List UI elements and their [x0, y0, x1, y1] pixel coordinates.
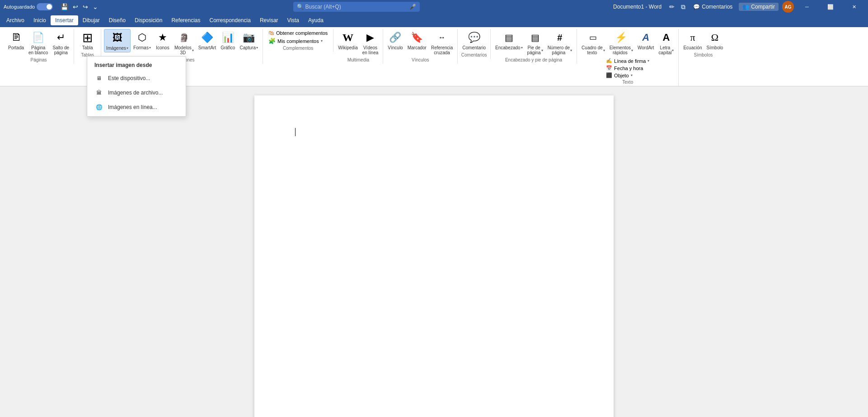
obtener-complementos-button[interactable]: 🛍 Obtener complementos	[266, 29, 330, 37]
ribbon-group-multimedia: W Wikipedia ▶ Vídeosen línea Multimedia	[333, 29, 383, 64]
modelos3d-label: Modelos3D	[174, 45, 192, 55]
ribbon-group-texto: ▭ Cuadro detexto ▾ ⚡ Elementosrápidos ▾ …	[577, 29, 679, 86]
objeto-icon: ⬛	[606, 72, 612, 78]
encabezado-button[interactable]: ▤ Encabezado ▾	[493, 29, 525, 52]
ribbon-group-vinculos: 🔗 Vínculo 🔖 Marcador ↔ Referenciacruzada…	[383, 29, 458, 64]
autosave-switch[interactable]	[37, 3, 53, 10]
menu-ayuda[interactable]: Ayuda	[304, 15, 328, 25]
pie-pagina-arrow: ▾	[541, 48, 543, 52]
undo-icon[interactable]: ↩	[71, 2, 80, 11]
ribbon-group-paginas: 🖹 Portada 📄 Páginaen blanco ↵ Salto depá…	[4, 29, 74, 64]
customize-icon[interactable]: ⌄	[91, 2, 99, 11]
smartart-icon: 🔷	[200, 30, 214, 45]
imagenes-archivo-icon: 🏛	[94, 88, 103, 97]
comments-button[interactable]: 💬 Comentarios	[690, 3, 735, 11]
referencia-cruzada-label: Referenciacruzada	[431, 45, 453, 55]
mis-complementos-button[interactable]: 🧩 Mis complementos ▾	[266, 37, 330, 45]
search-input[interactable]	[305, 4, 408, 10]
menu-dibujar[interactable]: Dibujar	[78, 15, 104, 25]
formas-button[interactable]: ⬡ Formas ▾	[131, 29, 153, 52]
iconos-button[interactable]: ★ Iconos	[154, 29, 172, 52]
menu-archivo[interactable]: Archivo	[2, 15, 29, 25]
elementos-rapidos-label-area: Elementosrápidos ▾	[610, 45, 633, 55]
ribbon-group-complementos: 🛍 Obtener complementos 🧩 Mis complemento…	[263, 29, 333, 52]
restore-button[interactable]: ⬜	[820, 0, 841, 14]
este-dispositivo-icon: 🖥	[94, 74, 103, 83]
wordart-button[interactable]: A WordArt	[636, 29, 656, 52]
referencia-cruzada-button[interactable]: ↔ Referenciacruzada	[429, 29, 455, 57]
ribbon-group-tablas: ⊞ Tabla Tablas	[74, 29, 101, 59]
imagenes-linea-item[interactable]: 🌐 Imágenes en línea...	[87, 100, 186, 114]
cuadro-texto-icon: ▭	[586, 30, 601, 45]
elementos-rapidos-icon: ⚡	[614, 30, 629, 45]
restore-icon[interactable]: ⧉	[680, 2, 687, 12]
menu-referencias[interactable]: Referencias	[167, 15, 205, 25]
smartart-button[interactable]: 🔷 SmartArt	[197, 29, 218, 52]
fecha-hora-button[interactable]: 📅 Fecha y hora	[603, 65, 652, 71]
wikipedia-button[interactable]: W Wikipedia	[336, 29, 359, 52]
linea-firma-button[interactable]: ✍ Línea de firma ▾	[603, 57, 652, 64]
pie-pagina-button[interactable]: ▤ Pie depágina ▾	[525, 29, 545, 57]
letra-capital-button[interactable]: A Letracapital ▾	[657, 29, 676, 57]
numero-pagina-label: Número depágina	[548, 45, 570, 55]
elementos-rapidos-label: Elementosrápidos	[610, 45, 631, 55]
numero-pagina-label-area: Número depágina ▾	[548, 45, 572, 55]
menu-insertar[interactable]: Insertar	[51, 15, 78, 25]
document-area[interactable]	[0, 86, 868, 417]
menu-revisar[interactable]: Revisar	[255, 15, 283, 25]
menu-correspondencia[interactable]: Correspondencia	[205, 15, 255, 25]
encabezado-icon: ▤	[502, 30, 516, 45]
autosave-toggle[interactable]: Autoguardado	[4, 3, 53, 10]
smartart-label: SmartArt	[198, 45, 216, 50]
modelos3d-button[interactable]: 🗿 Modelos3D ▾	[173, 29, 196, 57]
obtener-complementos-icon: 🛍	[268, 29, 274, 36]
pagina-blanco-label: Páginaen blanco	[28, 45, 48, 55]
grafico-button[interactable]: 📊 Gráfico	[219, 29, 237, 52]
salto-pagina-button[interactable]: ↵ Salto depágina	[51, 29, 71, 57]
captura-label-area: Captura ▾	[239, 45, 258, 50]
cuadro-texto-arrow: ▾	[603, 48, 605, 52]
numero-pagina-button[interactable]: # Número depágina ▾	[546, 29, 574, 57]
wikipedia-icon: W	[341, 30, 355, 45]
imagenes-button[interactable]: 🖼 Imágenes ▾	[104, 29, 131, 52]
captura-button[interactable]: 📷 Captura ▾	[238, 29, 260, 52]
pagina-blanco-button[interactable]: 📄 Páginaen blanco	[27, 29, 50, 57]
objeto-button[interactable]: ⬛ Objeto ▾	[603, 72, 652, 79]
menu-disposicion[interactable]: Disposición	[130, 15, 167, 25]
wordart-icon: A	[638, 30, 653, 45]
menu-inicio[interactable]: Inicio	[29, 15, 51, 25]
cuadro-texto-button[interactable]: ▭ Cuadro detexto ▾	[580, 29, 607, 57]
save-icon[interactable]: 💾	[59, 2, 70, 11]
menu-diseno[interactable]: Diseño	[104, 15, 130, 25]
este-dispositivo-item[interactable]: 🖥 Este dispositivo...	[87, 71, 186, 85]
images-dropdown-menu: Insertar imagen desde 🖥 Este dispositivo…	[87, 56, 186, 117]
texto-buttons: ▭ Cuadro detexto ▾ ⚡ Elementosrápidos ▾ …	[580, 29, 676, 57]
edit-icon[interactable]: ✏	[668, 2, 676, 11]
grafico-label: Gráfico	[221, 45, 235, 50]
tabla-button[interactable]: ⊞ Tabla	[79, 29, 97, 52]
minimize-button[interactable]: ─	[797, 0, 817, 14]
ribbon-group-encabezado: ▤ Encabezado ▾ ▤ Pie depágina ▾ #	[491, 29, 577, 64]
encabezado-arrow: ▾	[521, 46, 523, 50]
search-bar[interactable]: 🔍 🎤	[293, 2, 420, 12]
document-page[interactable]	[254, 95, 614, 417]
portada-button[interactable]: 🖹 Portada	[6, 29, 26, 52]
comentario-button[interactable]: 💬 Comentario	[460, 29, 488, 52]
redo-icon[interactable]: ↪	[81, 2, 89, 11]
microphone-icon[interactable]: 🎤	[409, 4, 416, 10]
menu-vista[interactable]: Vista	[283, 15, 304, 25]
ilustraciones-buttons: 🖼 Imágenes ▾ ⬡ Formas ▾ ★ Iconos	[104, 29, 260, 57]
imagenes-archivo-item[interactable]: 🏛 Imágenes de archivo...	[87, 85, 186, 100]
marcador-button[interactable]: 🔖 Marcador	[406, 29, 428, 52]
objeto-label: Objeto	[614, 73, 629, 78]
videos-button[interactable]: ▶ Vídeosen línea	[361, 29, 380, 57]
close-button[interactable]: ✕	[844, 0, 864, 14]
elementos-rapidos-button[interactable]: ⚡ Elementosrápidos ▾	[608, 29, 635, 57]
ecuacion-button[interactable]: π Ecuación	[681, 29, 704, 52]
videos-label: Vídeosen línea	[362, 45, 379, 55]
simbolo-button[interactable]: Ω Símbolo	[705, 29, 725, 52]
vinculo-button[interactable]: 🔗 Vínculo	[386, 29, 404, 52]
user-avatar[interactable]: AG	[782, 1, 794, 13]
referencia-cruzada-icon: ↔	[435, 30, 449, 45]
share-button[interactable]: 👥 Compartir	[739, 3, 779, 11]
